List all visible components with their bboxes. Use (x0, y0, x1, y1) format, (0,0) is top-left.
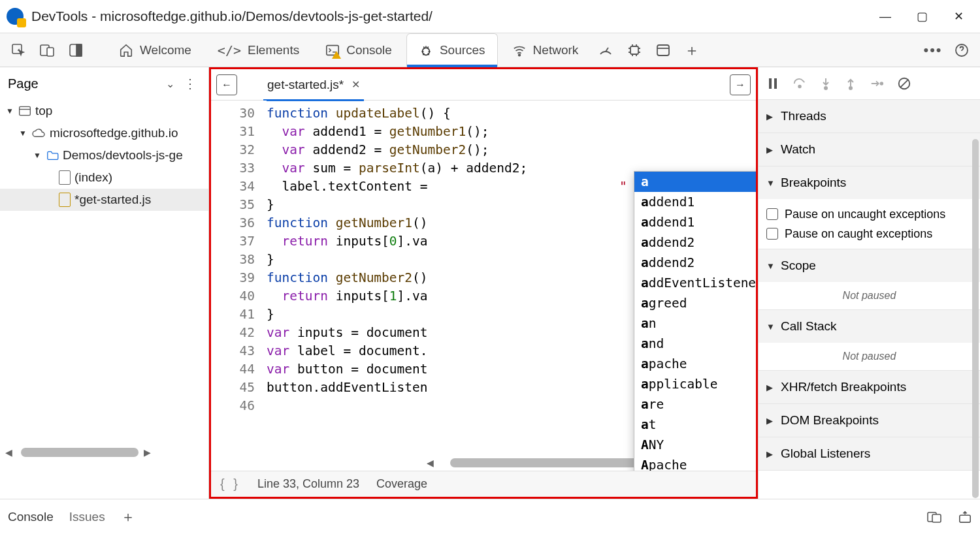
autocomplete-item[interactable]: addEventListener (634, 273, 756, 293)
editor-file-tab[interactable]: get-started.js* ✕ (263, 69, 364, 101)
section-scope[interactable]: ▼Scope (759, 249, 980, 282)
debugger-vertical-scrollbar[interactable] (972, 139, 979, 498)
js-file-icon (59, 193, 71, 207)
home-icon (119, 43, 133, 57)
svg-rect-11 (20, 106, 31, 115)
tree-origin[interactable]: ▼ microsoftedge.github.io (0, 122, 208, 144)
tab-elements[interactable]: </> Elements (206, 33, 311, 67)
tree-index[interactable]: (index) (0, 166, 208, 189)
tab-network[interactable]: Network (500, 33, 591, 67)
svg-point-17 (881, 82, 883, 85)
autocomplete-item[interactable]: apache (634, 354, 756, 374)
section-xhr-label: XHR/fetch Breakpoints (781, 380, 906, 394)
chevron-down-icon[interactable]: ⌄ (166, 78, 174, 90)
close-window-button[interactable]: ✕ (953, 10, 964, 22)
autocomplete-popup[interactable]: atabaddend1addend1addend2addend2addEvent… (634, 171, 756, 471)
close-tab-icon[interactable]: ✕ (351, 78, 360, 91)
drawer-expand-icon[interactable] (958, 510, 972, 524)
app-icon[interactable] (650, 37, 676, 63)
cursor-position: Line 33, Column 23 (257, 477, 359, 491)
editor-file-tab-label: get-started.js* (267, 78, 344, 92)
tree-folder[interactable]: ▼ Demos/devtools-js-ge (0, 144, 208, 166)
device-toggle-icon[interactable] (34, 37, 60, 63)
tab-welcome-label: Welcome (140, 43, 191, 57)
code-editor[interactable]: 3031323334353637383940414243444546 funct… (211, 101, 756, 471)
section-xhr[interactable]: ▶XHR/fetch Breakpoints (759, 371, 980, 403)
help-icon[interactable] (949, 37, 975, 63)
drawer-errors-icon[interactable] (926, 510, 942, 524)
section-threads-label: Threads (781, 109, 826, 123)
drawer-tab-issues[interactable]: Issues (69, 510, 105, 524)
minimize-button[interactable]: — (879, 10, 891, 22)
wifi-icon (512, 43, 527, 57)
autocomplete-item[interactable]: atab (634, 172, 756, 192)
autocomplete-item[interactable]: an (634, 313, 756, 334)
memory-icon[interactable] (621, 37, 647, 63)
section-breakpoints[interactable]: ▼Breakpoints (759, 166, 980, 199)
file-tree[interactable]: ▼ top ▼ microsoftedge.github.io ▼ Demos/… (0, 100, 208, 499)
scope-not-paused: Not paused (759, 282, 980, 309)
tree-top[interactable]: ▼ top (0, 100, 208, 122)
svg-rect-20 (932, 514, 941, 522)
section-global[interactable]: ▶Global Listeners (759, 437, 980, 470)
section-callstack[interactable]: ▼Call Stack (759, 310, 980, 343)
svg-point-15 (825, 87, 827, 89)
autocomplete-item[interactable]: addend1 (634, 212, 756, 232)
pretty-print-icon[interactable]: { } (220, 477, 240, 492)
dock-side-icon[interactable] (63, 37, 89, 63)
drawer-tab-console[interactable]: Console (8, 510, 54, 524)
svg-rect-8 (630, 46, 638, 54)
coverage-label[interactable]: Coverage (376, 477, 427, 491)
titlebar: DevTools - microsoftedge.github.io/Demos… (0, 0, 980, 33)
nav-back-button[interactable]: ← (216, 74, 237, 95)
step-over-icon[interactable] (792, 77, 807, 90)
step-icon[interactable] (870, 77, 884, 90)
line-gutter: 3031323334353637383940414243444546 (211, 101, 267, 471)
console-icon (325, 43, 340, 57)
sidebar-scrollbar[interactable]: ◀▶ (5, 447, 175, 458)
tab-welcome[interactable]: Welcome (107, 33, 203, 67)
more-icon[interactable]: ••• (920, 37, 946, 63)
autocomplete-item[interactable]: Apache (634, 455, 756, 471)
navigator-tab-page[interactable]: Page (8, 76, 39, 91)
svg-point-7 (518, 54, 520, 55)
svg-rect-13 (774, 78, 777, 89)
autocomplete-item[interactable]: and (634, 334, 756, 354)
autocomplete-item[interactable]: are (634, 394, 756, 415)
add-tab-icon[interactable]: ＋ (679, 37, 705, 63)
tree-folder-label: Demos/devtools-js-ge (63, 148, 183, 163)
file-icon (59, 170, 71, 185)
tree-origin-label: microsoftedge.github.io (50, 126, 178, 140)
navigator-more-icon[interactable]: ⋮ (180, 76, 201, 91)
autocomplete-item[interactable]: agreed (634, 293, 756, 313)
tab-console[interactable]: Console (314, 33, 404, 67)
autocomplete-item[interactable]: applicable (634, 374, 756, 394)
step-into-icon[interactable] (820, 77, 832, 90)
autocomplete-item[interactable]: ANY (634, 435, 756, 455)
autocomplete-item[interactable]: at (634, 415, 756, 435)
pause-uncaught-checkbox[interactable]: Pause on uncaught exceptions (766, 204, 972, 224)
workspace: Page ⌄ ⋮ ▼ top ▼ microsoftedge.github.io… (0, 67, 980, 499)
performance-icon[interactable] (593, 37, 619, 63)
tree-getstarted[interactable]: *get-started.js (0, 189, 208, 211)
section-watch[interactable]: ▶Watch (759, 133, 980, 166)
tree-top-label: top (35, 104, 52, 118)
section-threads[interactable]: ▶Threads (759, 100, 980, 133)
pause-button[interactable] (766, 77, 779, 90)
nav-forward-button[interactable]: → (730, 74, 751, 95)
inspect-icon[interactable] (5, 37, 31, 63)
devtools-app-icon (7, 8, 24, 25)
deactivate-breakpoints-icon[interactable] (897, 76, 911, 91)
autocomplete-item[interactable]: addend2 (634, 253, 756, 273)
autocomplete-item[interactable]: addend2 (634, 232, 756, 253)
main-tab-bar: Welcome </> Elements Console Sources Net… (0, 33, 980, 67)
editor-pane: ← get-started.js* ✕ → 303132333435363738… (209, 67, 758, 499)
pause-caught-checkbox[interactable]: Pause on caught exceptions (766, 224, 972, 243)
autocomplete-item[interactable]: addend1 (634, 192, 756, 212)
tree-getstarted-label: *get-started.js (74, 193, 151, 207)
section-dom[interactable]: ▶DOM Breakpoints (759, 404, 980, 437)
drawer-add-tab-icon[interactable]: ＋ (121, 507, 135, 527)
step-out-icon[interactable] (845, 77, 857, 90)
tab-sources[interactable]: Sources (406, 33, 498, 67)
maximize-button[interactable]: ▢ (916, 10, 928, 22)
